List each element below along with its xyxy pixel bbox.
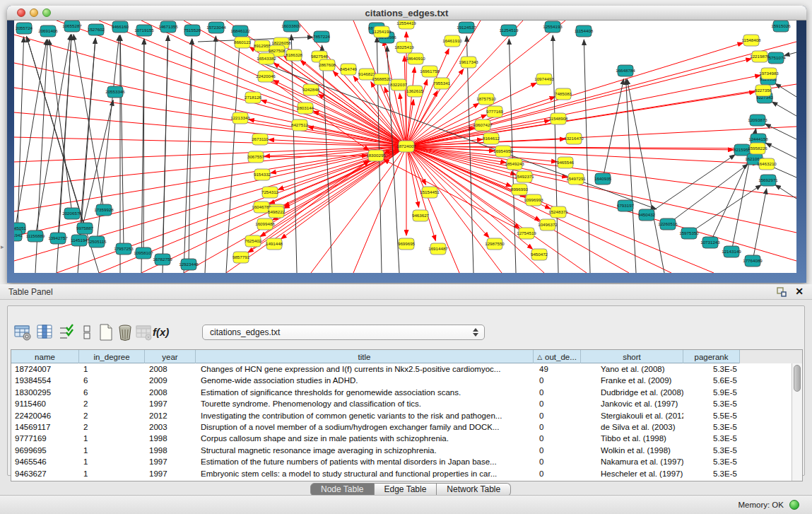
network-node[interactable]: 9227356 [755, 85, 772, 96]
column-header-year[interactable]: year [145, 350, 196, 363]
table-row[interactable]: 946554611997Estimation of the future num… [11, 456, 802, 467]
network-node[interactable]: 9699695 [398, 238, 416, 250]
network-node[interactable]: 20691406 [38, 25, 58, 37]
network-edge[interactable] [384, 160, 526, 233]
table-header-row[interactable]: namein_degreeyeartitle△out_de...shortpag… [11, 350, 802, 363]
table-row[interactable]: 969969511998Structural magnetic resonanc… [11, 445, 802, 456]
citation-network-graph[interactable]: 2055724206914061065528715276029466160107… [14, 21, 796, 273]
network-node[interactable]: 12093873 [748, 115, 767, 126]
network-node[interactable]: 11254519 [499, 25, 519, 36]
network-node[interactable]: 9466160 [112, 21, 129, 33]
network-edge[interactable] [120, 35, 124, 249]
table-row[interactable]: 2242004622012Investigating the contribut… [11, 410, 802, 421]
network-window[interactable]: citations_edges.txt 20557242069140610655… [7, 6, 806, 283]
table-row[interactable]: 911546021997Tourette syndrome. Phenomeno… [11, 398, 802, 409]
table-source-select[interactable]: citations_edges.txt [202, 325, 485, 340]
network-node[interactable]: 3911941 [14, 230, 23, 241]
network-node[interactable]: 16461910 [442, 35, 462, 47]
network-node[interactable]: 1362615 [406, 86, 424, 97]
network-node[interactable]: 11548408 [741, 35, 761, 46]
column-header-name[interactable]: name [11, 350, 79, 363]
network-node[interactable]: 8322037 [390, 79, 408, 90]
close-panel-icon[interactable]: ✕ [795, 286, 804, 297]
network-node[interactable]: 1640935 [594, 173, 612, 185]
network-node[interactable]: 16033809 [281, 21, 301, 32]
network-node[interactable]: 16954950 [493, 146, 513, 157]
network-edge[interactable] [647, 155, 735, 215]
network-edge[interactable] [766, 143, 796, 158]
network-node[interactable]: 3067557 [247, 151, 265, 163]
network-node[interactable]: 10655287 [62, 21, 82, 32]
network-node[interactable]: 2055724 [16, 23, 33, 34]
row-options-icon[interactable] [78, 323, 96, 341]
network-node[interactable]: 1491448 [266, 238, 283, 250]
vertical-scrollbar[interactable] [792, 363, 802, 481]
window-titlebar[interactable]: citations_edges.txt [7, 6, 806, 21]
network-node[interactable]: 19734983 [759, 68, 779, 79]
network-edge[interactable] [163, 35, 168, 273]
network-node[interactable]: 12143149 [722, 246, 741, 257]
network-node[interactable]: 20553346 [105, 86, 125, 98]
network-node[interactable]: 16648784 [616, 65, 635, 76]
network-node[interactable]: 22420046 [256, 71, 276, 82]
network-node[interactable]: 6793197 [617, 200, 635, 211]
network-edge[interactable] [553, 35, 558, 273]
network-edge[interactable] [14, 137, 406, 146]
network-node[interactable]: 9975887 [76, 223, 94, 234]
table-row[interactable]: 946362711997Embryonic stem cells: a mode… [11, 468, 802, 479]
column-visibility-icon[interactable] [36, 323, 54, 341]
network-node[interactable]: 16846122 [230, 25, 250, 37]
network-node[interactable]: 15492371 [514, 171, 534, 182]
network-node[interactable]: 8454749 [340, 64, 358, 75]
select-columns-icon[interactable] [57, 323, 76, 341]
network-node[interactable]: 8164612 [483, 133, 500, 144]
network-node[interactable]: 15688520 [372, 74, 392, 85]
network-node[interactable]: 2867608 [319, 59, 336, 71]
network-node[interactable]: 12260516 [658, 218, 678, 230]
network-node[interactable]: 9777169 [486, 106, 504, 117]
network-edge[interactable] [226, 40, 240, 273]
network-edge[interactable] [784, 52, 796, 56]
network-node[interactable]: 17957253 [114, 243, 134, 255]
network-node[interactable]: 18325419 [394, 42, 414, 53]
network-edge[interactable] [689, 185, 761, 233]
network-node[interactable]: 10958107 [134, 247, 153, 259]
network-node[interactable]: 19617343 [459, 57, 478, 68]
network-node[interactable]: 11548908 [548, 113, 568, 124]
network-node[interactable]: 14671355 [158, 21, 178, 33]
network-edge[interactable] [765, 124, 796, 139]
table-row[interactable]: 1830029562008Estimation of significance … [11, 387, 802, 398]
network-edge[interactable] [406, 83, 536, 146]
network-edge[interactable] [772, 102, 796, 116]
network-node[interactable]: 18757510 [476, 93, 496, 105]
network-node[interactable]: 18549243 [505, 158, 524, 170]
network-edge[interactable] [184, 39, 192, 273]
network-edge[interactable] [18, 37, 24, 228]
network-node[interactable]: 8427512 [291, 119, 309, 131]
network-node[interactable]: 16543382 [257, 53, 276, 64]
network-node[interactable]: 12754519 [517, 228, 536, 239]
network-node[interactable]: 11156889 [26, 230, 45, 242]
node-attribute-table[interactable]: namein_degreeyeartitle△out_de...shortpag… [11, 349, 803, 481]
network-node[interactable]: 20206576 [62, 208, 82, 219]
column-header-pagerank[interactable]: pagerank [683, 350, 740, 363]
function-builder-icon[interactable]: f(x) [153, 326, 177, 338]
network-node[interactable]: 13942757 [48, 233, 68, 244]
network-node[interactable]: 18300295 [366, 150, 386, 161]
network-node[interactable]: 12987550 [485, 238, 505, 250]
column-header-short[interactable]: short [581, 350, 683, 363]
network-node[interactable]: 9465546 [557, 157, 575, 168]
network-node[interactable]: 7625402 [245, 235, 262, 247]
network-node[interactable]: 15692971 [758, 175, 778, 186]
network-node[interactable]: 7254312 [261, 187, 279, 198]
network-node[interactable]: 10496372 [538, 219, 558, 230]
network-node[interactable]: 7515526 [184, 25, 201, 36]
table-row[interactable]: 1872400712008Changes of HCN gene express… [11, 363, 802, 375]
network-node[interactable]: 1145194 [71, 235, 88, 246]
network-node[interactable]: 2803144 [297, 103, 314, 114]
network-node[interactable]: 10996993 [524, 194, 543, 206]
network-node[interactable]: 12219876 [750, 51, 770, 62]
table-row[interactable]: 1456911722003Disruption of a novel membe… [11, 421, 802, 433]
network-edge[interactable] [406, 146, 502, 273]
network-node[interactable]: 15958226 [748, 143, 767, 154]
